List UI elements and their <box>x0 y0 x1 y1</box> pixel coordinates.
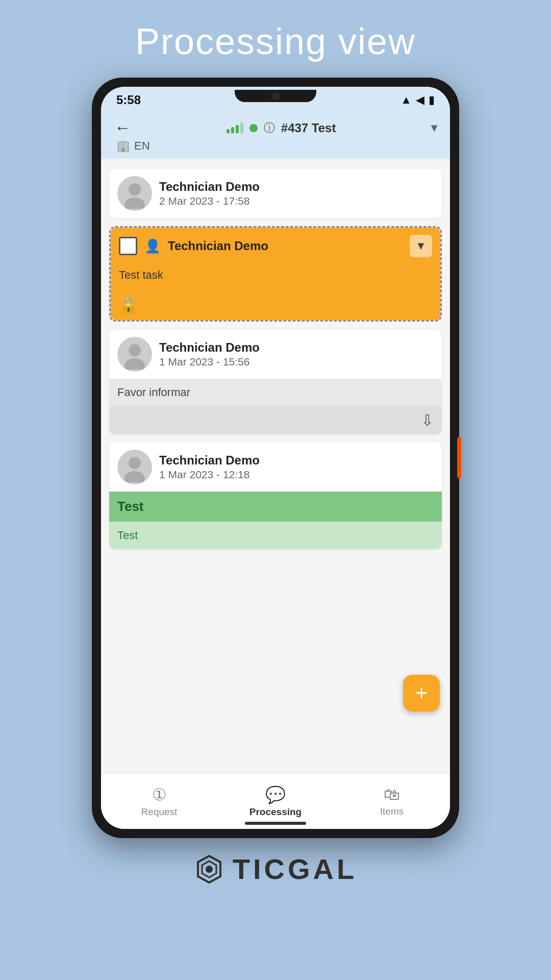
chevron-button[interactable]: ▼ <box>410 235 432 257</box>
svg-point-1 <box>124 198 145 209</box>
content-area: Technician Demo 2 Mar 2023 - 17:58 👤 Tec… <box>101 159 450 773</box>
task-checkbox[interactable] <box>119 237 137 255</box>
processing-icon: 💬 <box>265 785 286 804</box>
svg-point-4 <box>129 457 141 469</box>
selected-card-inner: 👤 Technician Demo ▼ Test task 🔒 <box>111 228 440 320</box>
brand-logo-icon <box>194 854 224 885</box>
connection-dot <box>249 124 258 132</box>
svg-point-8 <box>206 866 213 873</box>
download-row: ⇩ <box>109 406 442 434</box>
selected-card: 👤 Technician Demo ▼ Test task 🔒 <box>109 226 442 322</box>
items-label: Items <box>380 806 404 817</box>
camera-dot <box>271 92 280 100</box>
camera-notch <box>235 90 316 102</box>
ticket-id: #437 Test <box>281 121 336 135</box>
language-label: EN <box>134 139 150 153</box>
side-accent <box>457 437 461 478</box>
nav-header: ← ⓘ #437 Test ▼ <box>101 113 450 159</box>
sender-date-3: 1 Mar 2023 - 12:18 <box>159 469 260 481</box>
download-icon[interactable]: ⇩ <box>421 411 434 429</box>
selected-card-header: 👤 Technician Demo ▼ <box>111 228 440 264</box>
nav-title-area: ⓘ #437 Test <box>134 120 429 136</box>
svg-point-0 <box>129 183 141 195</box>
message-card-1: Technician Demo 2 Mar 2023 - 17:58 <box>109 169 442 218</box>
nav-item-request[interactable]: ① Request <box>101 785 217 818</box>
phone-frame: 5:58 ▲ ◀ ▮ ← ⓘ <box>92 78 459 838</box>
sender-name-1: Technician Demo <box>159 180 260 194</box>
building-icon: 🏢 <box>116 139 130 153</box>
page-title: Processing view <box>135 20 416 62</box>
avatar-3 <box>117 450 152 484</box>
message-card-3: Technician Demo 1 Mar 2023 - 12:18 Test … <box>109 443 442 549</box>
card-header-2: Technician Demo 1 Mar 2023 - 15:56 <box>109 330 442 379</box>
bottom-nav: ① Request 💬 Processing 🛍 Items <box>101 773 450 829</box>
nav-item-items[interactable]: 🛍 Items <box>334 785 450 817</box>
processing-label: Processing <box>249 806 302 818</box>
card-header-1: Technician Demo 2 Mar 2023 - 17:58 <box>109 169 442 218</box>
bottom-spacer <box>109 557 442 603</box>
request-label: Request <box>141 806 178 818</box>
bottom-indicator <box>245 822 306 825</box>
selected-footer: 🔒 <box>111 290 440 320</box>
signal-bars <box>227 123 243 133</box>
avatar-2 <box>117 337 152 372</box>
svg-point-3 <box>124 358 145 370</box>
selected-sender-name: Technician Demo <box>168 239 403 253</box>
branding: TICGAL <box>194 852 357 886</box>
help-icon: ⓘ <box>264 120 275 136</box>
svg-point-5 <box>124 471 145 482</box>
lock-icon: 🔒 <box>119 296 138 314</box>
sender-name-3: Technician Demo <box>159 453 260 468</box>
sender-date-1: 2 Mar 2023 - 17:58 <box>159 195 260 207</box>
back-button[interactable]: ← <box>111 118 134 137</box>
sender-date-2: 1 Mar 2023 - 15:56 <box>159 356 260 368</box>
avatar-1 <box>117 176 152 211</box>
battery-icon: ▮ <box>429 93 435 107</box>
items-icon: 🛍 <box>384 785 400 804</box>
dropdown-arrow[interactable]: ▼ <box>429 121 440 135</box>
task-text: Test task <box>111 264 440 290</box>
nav-item-processing[interactable]: 💬 Processing <box>217 785 334 818</box>
green-card-body: Test <box>109 522 442 549</box>
svg-point-2 <box>129 344 141 356</box>
message-card-2: Technician Demo 1 Mar 2023 - 15:56 Favor… <box>109 330 442 434</box>
signal-icon: ▲ <box>400 93 412 107</box>
card-header-3: Technician Demo 1 Mar 2023 - 12:18 <box>109 443 442 492</box>
fab-button[interactable]: + <box>403 675 440 712</box>
status-icons: ▲ ◀ ▮ <box>400 93 435 107</box>
sender-name-2: Technician Demo <box>159 340 260 355</box>
info-text: Favor informar <box>109 379 442 406</box>
wifi-icon: ◀ <box>416 93 424 107</box>
sender-info-2: Technician Demo 1 Mar 2023 - 15:56 <box>159 340 260 368</box>
request-icon: ① <box>152 785 167 804</box>
green-card-title: Test <box>109 492 442 522</box>
sender-info-1: Technician Demo 2 Mar 2023 - 17:58 <box>159 180 260 207</box>
phone-screen: 5:58 ▲ ◀ ▮ ← ⓘ <box>101 87 450 829</box>
person-icon: 👤 <box>144 238 161 254</box>
status-time: 5:58 <box>116 93 141 107</box>
sender-info-3: Technician Demo 1 Mar 2023 - 12:18 <box>159 453 260 481</box>
brand-name: TICGAL <box>233 852 357 886</box>
